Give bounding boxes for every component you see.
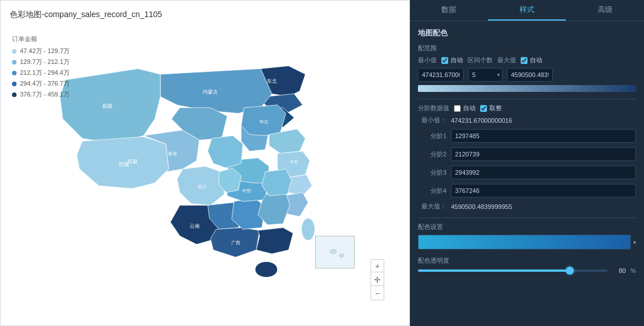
tab-data[interactable]: 数据 <box>410 0 488 21</box>
legend-area: 订单金额 47.42万 - 129.7万129.7万 - 212.1万212.1… <box>12 35 70 101</box>
min-exact-value: 474231.67000000016 <box>451 117 512 124</box>
panel-content: 地图配色 配范围 最小值 自动 区间个数 最大值 自动 <box>410 21 644 326</box>
min-value-input[interactable] <box>418 68 464 82</box>
color-range-row: 最小值 自动 区间个数 最大值 自动 <box>418 56 636 65</box>
segment-inputs-container: 分阶1分阶2分阶3分阶4 <box>418 129 636 198</box>
auto-segment-label: 自动 <box>463 104 476 112</box>
min-label: 最小值 <box>418 56 437 65</box>
zoom-reset-button[interactable]: ✛ <box>371 273 384 286</box>
auto-segment-checkbox[interactable] <box>454 105 461 112</box>
max-auto-group: 自动 <box>521 56 542 65</box>
max-value-input[interactable] <box>507 68 553 82</box>
guangdong <box>256 227 293 253</box>
legend-item: 376.7万 - 459.1万 <box>12 90 70 99</box>
color-range-section: 配范围 最小值 自动 区间个数 最大值 自动 5 <box>418 44 636 92</box>
legend-item-label: 376.7万 - 459.1万 <box>20 90 70 99</box>
segment-header-row: 分阶数据值 自动 取整 <box>418 104 636 112</box>
legend-items: 47.42万 - 129.7万129.7万 - 212.1万212.1万 - 2… <box>12 47 70 99</box>
taiwan <box>301 218 315 240</box>
legend-dot <box>12 92 17 97</box>
huabei-label: 华北 <box>259 119 268 124</box>
legend-item-label: 129.7万 - 212.1万 <box>20 58 70 66</box>
segment-input-1[interactable] <box>451 129 636 143</box>
intervals-label: 区间个数 <box>468 56 493 65</box>
divider-1 <box>418 99 636 99</box>
segment-label-3: 分阶3 <box>418 168 446 177</box>
round-label: 取整 <box>489 104 502 112</box>
legend-title: 订单金额 <box>12 35 70 43</box>
transparency-value: 80 <box>612 267 626 274</box>
max-label: 最大值 <box>497 56 516 65</box>
sea-island-1 <box>330 249 337 253</box>
min-exact-row: 最小值： 474231.67000000016 <box>418 116 636 124</box>
gradient-bar <box>418 85 636 92</box>
legend-item-label: 47.42万 - 129.7万 <box>20 47 70 55</box>
xizang-main-label: 西藏 <box>127 159 138 164</box>
yunnan-label: 云南 <box>190 223 200 228</box>
zoom-out-button[interactable]: − <box>371 287 384 300</box>
legend-dot <box>12 49 17 54</box>
transparency-slider-row: 80 % <box>418 267 636 274</box>
max-auto-label: 自动 <box>530 56 542 65</box>
segment-row-4: 分阶4 <box>418 184 636 198</box>
shaanxi <box>208 135 243 168</box>
color-picker-row: ▾ <box>418 235 636 249</box>
max-exact-value: 4590500.4839999955 <box>451 203 512 210</box>
dongbei-label: 东北 <box>267 78 277 83</box>
picker-dropdown-icon[interactable]: ▾ <box>633 239 636 245</box>
intervals-select[interactable]: 5 <box>468 68 502 82</box>
china-map-svg: 东北 内蒙古 新疆 西藏 青海 四川 云南 <box>45 52 365 292</box>
color-gradient-picker[interactable] <box>418 235 631 249</box>
anhui <box>262 169 292 196</box>
map-title: 色彩地图-company_sales_record_cn_1105 <box>10 10 400 20</box>
right-panel: 数据 样式 高级 地图配色 配范围 最小值 自动 区间个数 最大值 自动 <box>410 0 644 326</box>
segment-label-1: 分阶1 <box>418 132 446 140</box>
tab-advanced[interactable]: 高级 <box>566 0 644 21</box>
huadong-label: 华东 <box>290 160 298 164</box>
map-coloring-title: 地图配色 <box>418 28 636 38</box>
segment-section: 分阶数据值 自动 取整 最小值： 474231.67000000016 分阶1分… <box>418 104 636 211</box>
neimenggu-label: 内蒙古 <box>203 89 218 95</box>
round-checkbox[interactable] <box>480 105 487 112</box>
color-setting-section: 配色设置 ▾ <box>418 223 636 249</box>
divider-2 <box>418 218 636 218</box>
transparency-slider-track[interactable] <box>418 269 607 272</box>
percent-sign: % <box>630 267 636 274</box>
max-auto-checkbox[interactable] <box>521 57 528 64</box>
auto-segment-group: 自动 <box>454 104 476 112</box>
segment-row-2: 分阶2 <box>418 147 636 161</box>
max-exact-row: 最大值： 4590500.4839999955 <box>418 202 636 211</box>
tab-style[interactable]: 样式 <box>488 0 566 21</box>
legend-dot <box>12 71 17 75</box>
min-auto-checkbox[interactable] <box>441 57 448 64</box>
color-setting-label: 配色设置 <box>418 223 443 231</box>
map-panel: 色彩地图-company_sales_record_cn_1105 订单金额 4… <box>0 0 410 326</box>
round-group: 取整 <box>480 104 502 112</box>
color-range-subtitle: 配范围 <box>418 44 636 53</box>
xinjiang-label: 新疆 <box>102 103 112 108</box>
max-exact-label: 最大值： <box>418 202 446 211</box>
sea-island-2 <box>339 253 344 257</box>
transparency-label: 配色透明度 <box>418 256 636 265</box>
legend-dot <box>12 82 17 86</box>
legend-dot <box>12 60 17 65</box>
transparency-section: 配色透明度 80 % <box>418 256 636 274</box>
segment-input-3[interactable] <box>451 166 636 179</box>
segment-input-4[interactable] <box>451 184 636 198</box>
min-exact-label: 最小值： <box>418 116 446 124</box>
segment-label-2: 分阶2 <box>418 150 446 159</box>
segment-label-4: 分阶4 <box>418 187 446 195</box>
legend-item-label: 212.1万 - 294.4万 <box>20 69 70 77</box>
zoom-in-button[interactable]: + <box>371 260 384 272</box>
guangxi-label: 广西 <box>231 240 240 245</box>
legend-item: 129.7万 - 212.1万 <box>12 58 70 66</box>
intervals-select-wrapper: 5 ▾ <box>468 68 502 82</box>
segment-input-2[interactable] <box>451 147 636 161</box>
legend-item: 294.4万 - 376.7万 <box>12 79 70 88</box>
legend-item-label: 294.4万 - 376.7万 <box>20 79 70 88</box>
transparency-slider-thumb[interactable] <box>566 267 574 275</box>
legend-item: 47.42万 - 129.7万 <box>12 47 70 55</box>
min-auto-group: 自动 <box>441 56 463 65</box>
color-setting-row: 配色设置 <box>418 223 636 231</box>
range-inputs-row: 5 ▾ <box>418 68 636 82</box>
